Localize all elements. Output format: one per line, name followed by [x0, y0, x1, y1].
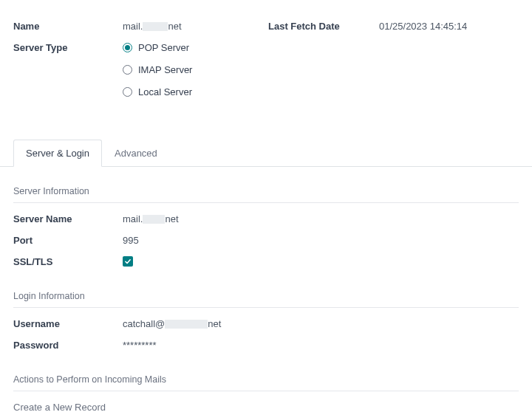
- tab-server-login[interactable]: Server & Login: [13, 140, 102, 167]
- server-name-row: Server Name mail.net: [13, 213, 519, 224]
- radio-pop-server[interactable]: POP Server: [123, 42, 192, 53]
- username-row: Username catchall@net: [13, 318, 519, 329]
- last-fetch-label: Last Fetch Date: [268, 21, 379, 32]
- radio-icon: [123, 87, 132, 97]
- redacted-text: [143, 215, 165, 224]
- radio-label-imap: IMAP Server: [138, 64, 192, 75]
- server-type-label: Server Type: [13, 42, 123, 53]
- name-value: mail.net: [123, 21, 182, 32]
- port-value[interactable]: 995: [123, 235, 139, 246]
- username-pre: catchall@: [123, 318, 165, 329]
- radio-label-local: Local Server: [138, 86, 192, 97]
- server-name-post: net: [165, 213, 178, 224]
- login-info-title: Login Information: [13, 291, 519, 301]
- header-section: Name mail.net Last Fetch Date 01/25/2023…: [0, 0, 532, 123]
- username-post: net: [208, 318, 221, 329]
- tab-advanced[interactable]: Advanced: [102, 140, 170, 167]
- check-icon: [123, 256, 133, 267]
- radio-icon: [123, 65, 132, 75]
- create-record-label[interactable]: Create a New Record: [13, 402, 106, 412]
- name-and-fetch-row: Name mail.net Last Fetch Date 01/25/2023…: [13, 21, 519, 32]
- server-name-pre: mail.: [123, 213, 143, 224]
- username-label: Username: [13, 318, 123, 329]
- server-type-radio-group: POP Server IMAP Server Local Server: [123, 42, 192, 97]
- radio-imap-server[interactable]: IMAP Server: [123, 64, 192, 75]
- redacted-text: [165, 320, 208, 329]
- password-value[interactable]: *********: [123, 340, 157, 351]
- name-value-pre: mail.: [123, 21, 143, 32]
- divider: [13, 202, 519, 203]
- username-value[interactable]: catchall@net: [123, 318, 221, 329]
- name-label: Name: [13, 21, 123, 32]
- form-container: Name mail.net Last Fetch Date 01/25/2023…: [0, 0, 532, 412]
- divider: [13, 307, 519, 308]
- radio-local-server[interactable]: Local Server: [123, 86, 192, 97]
- create-record-row: Create a New Record: [13, 402, 519, 412]
- name-value-post: net: [168, 21, 181, 32]
- tabs-bar: Server & Login Advanced: [0, 139, 532, 167]
- ssl-checkbox[interactable]: [123, 256, 133, 267]
- radio-label-pop: POP Server: [138, 42, 189, 53]
- server-info-title: Server Information: [13, 186, 519, 196]
- server-type-row: Server Type POP Server IMAP Server Local…: [13, 42, 519, 97]
- ssl-label: SSL/TLS: [13, 256, 123, 267]
- port-label: Port: [13, 235, 123, 246]
- ssl-row: SSL/TLS: [13, 256, 519, 267]
- port-row: Port 995: [13, 235, 519, 246]
- server-name-label: Server Name: [13, 213, 123, 224]
- last-fetch-value: 01/25/2023 14:45:14: [379, 21, 467, 32]
- server-name-value[interactable]: mail.net: [123, 213, 179, 224]
- divider: [13, 391, 519, 391]
- password-label: Password: [13, 340, 123, 351]
- redacted-text: [143, 22, 168, 31]
- actions-title: Actions to Perform on Incoming Mails: [13, 374, 519, 385]
- password-row: Password *********: [13, 340, 519, 351]
- radio-icon: [123, 43, 132, 52]
- tab-panel-server-login: Server Information Server Name mail.net …: [0, 167, 532, 412]
